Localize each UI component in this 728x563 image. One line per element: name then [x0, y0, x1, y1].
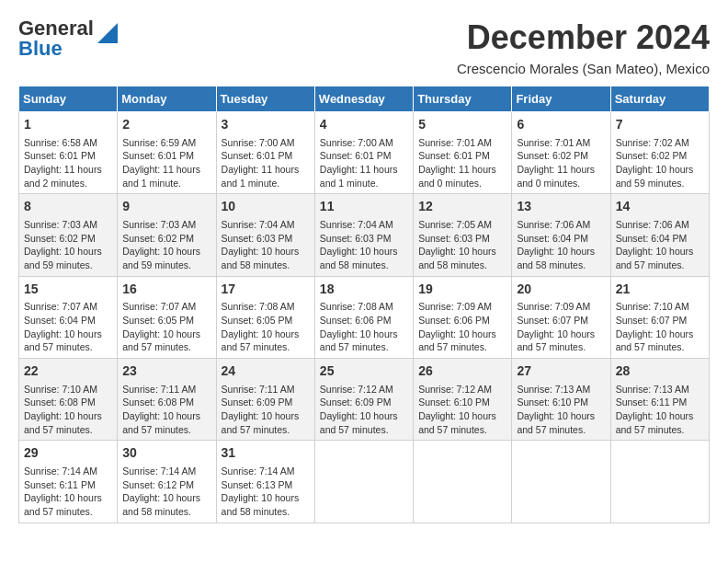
day-info: Sunrise: 7:06 AMSunset: 6:04 PMDaylight:… [616, 219, 694, 270]
table-cell: 13 Sunrise: 7:06 AMSunset: 6:04 PMDaylig… [512, 194, 610, 276]
day-info: Sunrise: 7:01 AMSunset: 6:01 PMDaylight:… [418, 137, 496, 189]
day-number: 17 [222, 281, 310, 299]
col-sunday: Sunday [19, 86, 118, 112]
logo-arrow-icon [97, 23, 118, 43]
table-cell: 27 Sunrise: 7:13 AMSunset: 6:10 PMDaylig… [512, 359, 610, 441]
col-wednesday: Wednesday [314, 86, 413, 112]
day-number: 31 [222, 444, 310, 463]
day-number: 30 [122, 444, 210, 463]
day-number: 13 [517, 198, 605, 216]
calendar-row: 1 Sunrise: 6:58 AMSunset: 6:01 PMDayligh… [19, 112, 710, 194]
title-section: December 2024 Crescencio Morales (San Ma… [457, 18, 710, 76]
day-number: 11 [320, 198, 408, 216]
col-monday: Monday [118, 86, 216, 112]
day-info: Sunrise: 7:14 AMSunset: 6:11 PMDaylight:… [24, 465, 102, 517]
day-info: Sunrise: 7:12 AMSunset: 6:09 PMDaylight:… [320, 384, 398, 435]
day-number: 8 [24, 198, 112, 216]
table-cell: 7 Sunrise: 7:02 AMSunset: 6:02 PMDayligh… [610, 112, 709, 194]
calendar-table: Sunday Monday Tuesday Wednesday Thursday… [18, 86, 710, 523]
month-title: December 2024 [457, 18, 710, 57]
col-thursday: Thursday [414, 86, 512, 112]
table-cell: 20 Sunrise: 7:09 AMSunset: 6:07 PMDaylig… [512, 276, 610, 358]
day-info: Sunrise: 7:04 AMSunset: 6:03 PMDaylight:… [320, 219, 398, 270]
day-number: 14 [616, 198, 704, 216]
table-cell: 29 Sunrise: 7:14 AMSunset: 6:11 PMDaylig… [19, 441, 118, 523]
table-cell: 19 Sunrise: 7:09 AMSunset: 6:06 PMDaylig… [414, 276, 512, 358]
day-number: 5 [418, 116, 506, 134]
day-info: Sunrise: 7:05 AMSunset: 6:03 PMDaylight:… [418, 219, 496, 270]
day-number: 16 [122, 281, 210, 299]
table-cell [610, 441, 709, 523]
day-number: 25 [320, 362, 408, 381]
day-info: Sunrise: 7:13 AMSunset: 6:10 PMDaylight:… [517, 384, 595, 435]
day-info: Sunrise: 7:09 AMSunset: 6:06 PMDaylight:… [418, 301, 496, 352]
day-info: Sunrise: 7:01 AMSunset: 6:02 PMDaylight:… [517, 137, 595, 189]
day-info: Sunrise: 7:03 AMSunset: 6:02 PMDaylight:… [122, 219, 200, 270]
day-number: 26 [418, 362, 506, 381]
day-number: 15 [24, 281, 112, 299]
col-friday: Friday [512, 86, 610, 112]
day-info: Sunrise: 7:11 AMSunset: 6:09 PMDaylight:… [222, 384, 300, 435]
day-number: 27 [517, 362, 605, 381]
table-cell: 1 Sunrise: 6:58 AMSunset: 6:01 PMDayligh… [19, 112, 118, 194]
day-info: Sunrise: 7:09 AMSunset: 6:07 PMDaylight:… [517, 301, 595, 352]
day-info: Sunrise: 7:10 AMSunset: 6:08 PMDaylight:… [24, 384, 102, 435]
day-number: 29 [24, 444, 112, 463]
table-cell [314, 441, 413, 523]
day-info: Sunrise: 7:11 AMSunset: 6:08 PMDaylight:… [122, 384, 200, 435]
table-cell: 24 Sunrise: 7:11 AMSunset: 6:09 PMDaylig… [216, 359, 314, 441]
day-info: Sunrise: 7:13 AMSunset: 6:11 PMDaylight:… [616, 384, 694, 435]
day-number: 6 [517, 116, 605, 134]
table-cell: 26 Sunrise: 7:12 AMSunset: 6:10 PMDaylig… [414, 359, 512, 441]
page-header: General Blue December 2024 Crescencio Mo… [18, 18, 710, 76]
logo: General Blue [18, 18, 118, 59]
table-cell: 2 Sunrise: 6:59 AMSunset: 6:01 PMDayligh… [118, 112, 216, 194]
calendar-row: 15 Sunrise: 7:07 AMSunset: 6:04 PMDaylig… [19, 276, 710, 358]
table-cell: 17 Sunrise: 7:08 AMSunset: 6:05 PMDaylig… [216, 276, 314, 358]
day-number: 3 [222, 116, 310, 134]
table-cell [414, 441, 512, 523]
table-cell: 31 Sunrise: 7:14 AMSunset: 6:13 PMDaylig… [216, 441, 314, 523]
calendar-row: 29 Sunrise: 7:14 AMSunset: 6:11 PMDaylig… [19, 441, 710, 523]
table-cell: 30 Sunrise: 7:14 AMSunset: 6:12 PMDaylig… [118, 441, 216, 523]
table-cell: 3 Sunrise: 7:00 AMSunset: 6:01 PMDayligh… [216, 112, 314, 194]
day-number: 20 [517, 281, 605, 299]
logo-text: General Blue [18, 18, 94, 59]
day-info: Sunrise: 7:06 AMSunset: 6:04 PMDaylight:… [517, 219, 595, 270]
table-cell: 6 Sunrise: 7:01 AMSunset: 6:02 PMDayligh… [512, 112, 610, 194]
table-cell: 8 Sunrise: 7:03 AMSunset: 6:02 PMDayligh… [19, 194, 118, 276]
day-number: 1 [24, 116, 112, 134]
day-info: Sunrise: 7:04 AMSunset: 6:03 PMDaylight:… [222, 219, 300, 270]
day-number: 21 [616, 281, 704, 299]
day-number: 24 [222, 362, 310, 381]
table-cell: 28 Sunrise: 7:13 AMSunset: 6:11 PMDaylig… [610, 359, 709, 441]
day-info: Sunrise: 7:08 AMSunset: 6:05 PMDaylight:… [222, 301, 300, 352]
svg-marker-0 [97, 23, 118, 43]
day-number: 9 [122, 198, 210, 216]
day-number: 18 [320, 281, 408, 299]
calendar-row: 22 Sunrise: 7:10 AMSunset: 6:08 PMDaylig… [19, 359, 710, 441]
table-cell: 22 Sunrise: 7:10 AMSunset: 6:08 PMDaylig… [19, 359, 118, 441]
table-cell: 23 Sunrise: 7:11 AMSunset: 6:08 PMDaylig… [118, 359, 216, 441]
day-info: Sunrise: 7:00 AMSunset: 6:01 PMDaylight:… [320, 137, 398, 189]
day-info: Sunrise: 7:02 AMSunset: 6:02 PMDaylight:… [616, 137, 694, 189]
day-number: 2 [122, 116, 210, 134]
day-number: 10 [222, 198, 310, 216]
table-cell: 4 Sunrise: 7:00 AMSunset: 6:01 PMDayligh… [314, 112, 413, 194]
day-info: Sunrise: 7:10 AMSunset: 6:07 PMDaylight:… [616, 301, 694, 352]
table-cell: 11 Sunrise: 7:04 AMSunset: 6:03 PMDaylig… [314, 194, 413, 276]
table-cell: 14 Sunrise: 7:06 AMSunset: 6:04 PMDaylig… [610, 194, 709, 276]
day-info: Sunrise: 7:14 AMSunset: 6:13 PMDaylight:… [222, 465, 300, 517]
calendar-row: 8 Sunrise: 7:03 AMSunset: 6:02 PMDayligh… [19, 194, 710, 276]
logo-blue: Blue [18, 37, 63, 60]
table-cell: 12 Sunrise: 7:05 AMSunset: 6:03 PMDaylig… [414, 194, 512, 276]
day-info: Sunrise: 7:14 AMSunset: 6:12 PMDaylight:… [122, 465, 200, 517]
table-cell: 16 Sunrise: 7:07 AMSunset: 6:05 PMDaylig… [118, 276, 216, 358]
day-number: 4 [320, 116, 408, 134]
table-cell: 9 Sunrise: 7:03 AMSunset: 6:02 PMDayligh… [118, 194, 216, 276]
day-info: Sunrise: 7:08 AMSunset: 6:06 PMDaylight:… [320, 301, 398, 352]
day-number: 19 [418, 281, 506, 299]
table-cell: 15 Sunrise: 7:07 AMSunset: 6:04 PMDaylig… [19, 276, 118, 358]
calendar-header-row: Sunday Monday Tuesday Wednesday Thursday… [19, 86, 710, 112]
day-info: Sunrise: 7:07 AMSunset: 6:05 PMDaylight:… [122, 301, 200, 352]
